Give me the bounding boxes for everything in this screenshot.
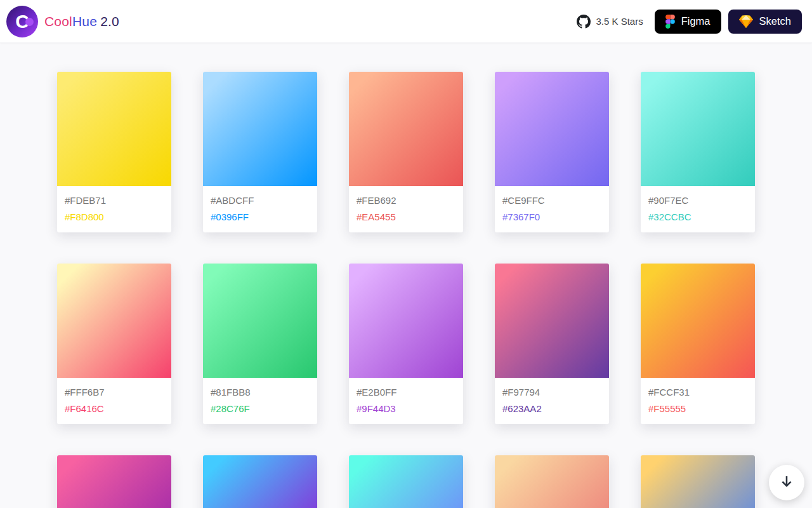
home-link[interactable]: C CoolHue2.0 xyxy=(6,6,119,37)
palette-card xyxy=(203,455,317,508)
palette-card: #FEB692 #EA5455 xyxy=(349,72,463,232)
palette-card: #ABDCFF #0396FF xyxy=(203,72,317,232)
coolhue-logo-icon: C xyxy=(6,6,38,37)
start-hex-label: #81FBB8 xyxy=(211,384,310,401)
gradient-swatch[interactable] xyxy=(495,455,609,508)
start-hex-label: #FDEB71 xyxy=(65,192,164,209)
end-hex-label: #28C76F xyxy=(211,401,310,417)
card-footer: #FEB692 #EA5455 xyxy=(349,186,463,232)
gradient-swatch[interactable] xyxy=(349,455,463,508)
github-icon xyxy=(577,15,591,29)
github-stars-label: 3.5 K Stars xyxy=(596,16,643,27)
palette-card: #FFF6B7 #F6416C xyxy=(57,264,171,424)
gradient-swatch[interactable] xyxy=(641,455,755,508)
gradient-swatch[interactable] xyxy=(349,264,463,378)
sketch-button-label: Sketch xyxy=(759,15,791,27)
end-hex-label: #F55555 xyxy=(648,401,747,417)
gradient-swatch[interactable] xyxy=(57,455,171,508)
gradient-swatch[interactable] xyxy=(495,264,609,378)
start-hex-label: #FFF6B7 xyxy=(65,384,164,401)
gradient-swatch[interactable] xyxy=(203,455,317,508)
gradient-swatch[interactable] xyxy=(203,72,317,186)
card-footer: #CE9FFC #7367F0 xyxy=(495,186,609,232)
palette-card xyxy=(495,455,609,508)
palette-card xyxy=(349,455,463,508)
palette-grid: #FDEB71 #F8D800 #ABDCFF #0396FF #FEB692 … xyxy=(57,72,755,508)
gradient-swatch[interactable] xyxy=(495,72,609,186)
gradient-swatch[interactable] xyxy=(57,72,171,186)
gradient-swatch[interactable] xyxy=(641,264,755,378)
palette-card xyxy=(57,455,171,508)
figma-icon xyxy=(665,15,675,29)
palette-card: #E2B0FF #9F44D3 xyxy=(349,264,463,424)
start-hex-label: #FCCF31 xyxy=(648,384,747,401)
sketch-download-button[interactable]: Sketch xyxy=(728,10,802,34)
card-footer: #FDEB71 #F8D800 xyxy=(57,186,171,232)
down-arrow-icon xyxy=(780,475,794,491)
palette-card: #F97794 #623AA2 xyxy=(495,264,609,424)
palette-card: #FDEB71 #F8D800 xyxy=(57,72,171,232)
header: C CoolHue2.0 3.5 K Stars Figma Sketch xyxy=(0,0,812,43)
figma-button-label: Figma xyxy=(681,15,710,27)
header-actions: 3.5 K Stars Figma Sketch xyxy=(577,10,802,34)
start-hex-label: #90F7EC xyxy=(648,192,747,209)
site-title: CoolHue2.0 xyxy=(44,14,119,29)
sketch-icon xyxy=(739,15,753,28)
gradient-swatch[interactable] xyxy=(641,72,755,186)
end-hex-label: #9F44D3 xyxy=(357,401,455,417)
palette-card: #FCCF31 #F55555 xyxy=(641,264,755,424)
gradient-swatch[interactable] xyxy=(203,264,317,378)
card-footer: #90F7EC #32CCBC xyxy=(641,186,755,232)
card-footer: #FCCF31 #F55555 xyxy=(641,378,755,424)
start-hex-label: #ABDCFF xyxy=(211,192,310,209)
palette-card: #90F7EC #32CCBC xyxy=(641,72,755,232)
start-hex-label: #CE9FFC xyxy=(502,192,601,209)
card-footer: #81FBB8 #28C76F xyxy=(203,378,317,424)
end-hex-label: #32CCBC xyxy=(648,209,747,225)
start-hex-label: #F97794 xyxy=(502,384,601,401)
end-hex-label: #EA5455 xyxy=(357,209,455,225)
end-hex-label: #7367F0 xyxy=(502,209,601,225)
end-hex-label: #623AA2 xyxy=(502,401,601,417)
card-footer: #E2B0FF #9F44D3 xyxy=(349,378,463,424)
end-hex-label: #F8D800 xyxy=(65,209,164,225)
gradient-swatch[interactable] xyxy=(57,264,171,378)
site-title-version: 2.0 xyxy=(100,14,119,29)
palette-card xyxy=(641,455,755,508)
figma-download-button[interactable]: Figma xyxy=(655,10,721,34)
scroll-down-button[interactable] xyxy=(769,465,804,500)
start-hex-label: #E2B0FF xyxy=(357,384,455,401)
site-title-cool: Cool xyxy=(44,14,72,29)
card-footer: #ABDCFF #0396FF xyxy=(203,186,317,232)
end-hex-label: #0396FF xyxy=(211,209,310,225)
gradient-swatch[interactable] xyxy=(349,72,463,186)
palette-card: #81FBB8 #28C76F xyxy=(203,264,317,424)
card-footer: #F97794 #623AA2 xyxy=(495,378,609,424)
start-hex-label: #FEB692 xyxy=(357,192,455,209)
end-hex-label: #F6416C xyxy=(65,401,164,417)
github-stars-link[interactable]: 3.5 K Stars xyxy=(577,15,643,29)
logo-dot xyxy=(25,18,34,26)
site-title-hue: Hue xyxy=(72,14,97,29)
palette-card: #CE9FFC #7367F0 xyxy=(495,72,609,232)
card-footer: #FFF6B7 #F6416C xyxy=(57,378,171,424)
